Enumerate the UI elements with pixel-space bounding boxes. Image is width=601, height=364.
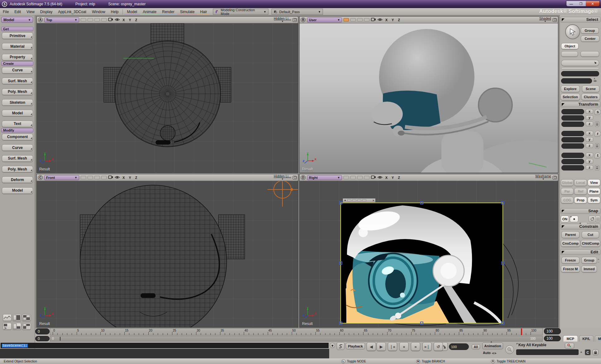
key-button[interactable]: [565, 343, 574, 349]
viewport-right-camera-dropdown[interactable]: Right▼: [307, 175, 342, 180]
transform-r-x-field[interactable]: [561, 131, 584, 136]
memo-cam-slot-2[interactable]: [350, 18, 356, 22]
next-frame-button[interactable]: ▶: [377, 342, 386, 351]
all-button[interactable]: All: [472, 344, 480, 349]
lock-button[interactable]: [593, 349, 599, 355]
memo-cam-slot-1[interactable]: [81, 18, 86, 22]
menu-model[interactable]: Model: [124, 9, 140, 15]
axis-x-toggle[interactable]: x: [586, 109, 593, 114]
selection-button[interactable]: Selection: [560, 93, 580, 100]
close-icon[interactable]: ×: [373, 199, 374, 202]
menu-window[interactable]: Window: [89, 9, 108, 15]
transform-t-y-field[interactable]: [561, 159, 584, 164]
range-end-field[interactable]: 100: [544, 336, 561, 341]
camera-icon[interactable]: [371, 17, 376, 22]
eye-icon[interactable]: [115, 18, 120, 22]
selection-filter-dropdown[interactable]: [561, 60, 599, 66]
script-menu-button[interactable]: ▼: [330, 343, 335, 348]
viewport-right-display-mode[interactable]: Wireframe▼: [535, 175, 551, 180]
create-skeleton-button[interactable]: Skeleton: [2, 99, 33, 106]
keyable-spinner[interactable]: ▲: [580, 350, 583, 353]
select-empty-button-2[interactable]: [580, 51, 599, 57]
edit-freeze-button[interactable]: Freeze: [561, 257, 579, 264]
viewport-front-display-mode[interactable]: Hidden Li...▼: [274, 175, 291, 180]
loop-button[interactable]: ↺: [434, 342, 443, 351]
frame-start-field[interactable]: 0: [35, 328, 50, 334]
transform-global-button[interactable]: Global: [561, 179, 574, 186]
layout-preset-5-button[interactable]: [12, 323, 21, 330]
timeline-range-bar[interactable]: 0 100: [50, 336, 543, 342]
playback-button[interactable]: Playback: [346, 343, 365, 349]
key-search-button[interactable]: [505, 345, 514, 354]
eye-icon[interactable]: [377, 175, 382, 180]
viewport-top-resize-icon[interactable]: [293, 18, 297, 22]
viewport-right-axes-toggle[interactable]: X Y Z: [385, 176, 401, 180]
prev-frame-button[interactable]: ◀: [367, 342, 376, 351]
create-poly-mesh-button[interactable]: Poly. Mesh: [2, 89, 33, 95]
tab-mcp[interactable]: MCP: [563, 335, 578, 342]
viewport-top-camera-dropdown[interactable]: Top▼: [44, 17, 79, 22]
select-object-button[interactable]: Object: [561, 43, 579, 49]
menu-render[interactable]: Render: [159, 9, 177, 15]
camera-icon[interactable]: [108, 17, 113, 22]
transform-s-z-field[interactable]: [561, 122, 584, 127]
memo-cam-slot-3[interactable]: [357, 176, 363, 179]
viewport-front-axes-toggle[interactable]: X Y Z: [123, 176, 139, 180]
memo-cam-slot-2[interactable]: [88, 18, 93, 22]
axis-x-toggle[interactable]: x: [586, 153, 593, 157]
link-axes-icon[interactable]: [595, 122, 599, 127]
transform-par-button[interactable]: Par: [561, 188, 574, 195]
chevron-down-icon[interactable]: ▼: [344, 199, 346, 202]
viewport-front-camera-dropdown[interactable]: Front▼: [44, 175, 79, 180]
create-surf-mesh-button[interactable]: Surf. Mesh: [2, 78, 33, 84]
transform-t-z-field[interactable]: [561, 165, 584, 170]
memo-cam-slot-3[interactable]: [94, 18, 100, 22]
constrain-parent-button[interactable]: Parent: [561, 231, 579, 238]
keyable-field[interactable]: [516, 349, 579, 355]
transform-t-x-field[interactable]: [561, 153, 584, 158]
modify-poly-mesh-button[interactable]: Poly. Mesh: [2, 166, 33, 172]
axis-y-toggle[interactable]: y: [586, 115, 593, 120]
axis-x-toggle[interactable]: x: [586, 131, 593, 136]
modify-model-button[interactable]: Model: [2, 187, 33, 194]
modify-deform-button[interactable]: Deform: [2, 176, 33, 183]
menu-edit[interactable]: Edit: [12, 9, 24, 15]
image-plane-slot-4[interactable]: [362, 199, 366, 202]
viewport-user-camera-dropdown[interactable]: User▼: [307, 17, 342, 22]
memo-cam-slot-1[interactable]: [81, 176, 86, 179]
selection-strip[interactable]: [561, 67, 599, 69]
axis-y-toggle[interactable]: y: [586, 159, 593, 164]
t-mode-button[interactable]: t: [594, 153, 601, 159]
minimize-button[interactable]: —: [566, 1, 576, 7]
menu-help[interactable]: Help: [108, 9, 122, 15]
transform-sym-button[interactable]: Sym: [588, 197, 600, 204]
clusters-button[interactable]: Clusters: [581, 93, 600, 100]
viewport-user-resize-icon[interactable]: [553, 18, 557, 22]
fast-backward-button[interactable]: «: [399, 342, 409, 351]
image-plane-toolbar[interactable]: ▼×: [343, 198, 376, 203]
modify-component-button[interactable]: Component: [2, 134, 33, 140]
menu-hair[interactable]: Hair: [197, 9, 210, 15]
transform-prop-button[interactable]: Prop: [574, 197, 587, 204]
select-cursor-button[interactable]: [565, 24, 580, 39]
transform-cog-button[interactable]: COG: [561, 197, 574, 204]
menu-simulate[interactable]: Simulate: [177, 9, 197, 15]
range-cursor[interactable]: [60, 337, 60, 341]
frame-end-field[interactable]: 100: [544, 328, 561, 334]
go-to-end-button[interactable]: »❘: [422, 342, 432, 351]
tab-kpl[interactable]: KP/L: [579, 335, 594, 342]
menu-file[interactable]: File: [0, 9, 12, 15]
edit-group-button[interactable]: Group: [581, 257, 597, 264]
memo-cam-slot-4[interactable]: [101, 176, 107, 179]
menu-view[interactable]: View: [24, 9, 37, 15]
select-center-button[interactable]: Center: [581, 36, 599, 42]
layout-preset-1-button[interactable]: [3, 314, 12, 321]
camera-icon[interactable]: [108, 175, 113, 180]
transform-r-y-field[interactable]: [561, 137, 584, 142]
select-group-button[interactable]: Group: [581, 27, 599, 34]
marker-tool-button[interactable]: [337, 342, 344, 350]
viewport-top-display-mode[interactable]: Hidden Li...▼: [274, 17, 291, 23]
toolbar-mode-selector[interactable]: Model ▼: [1, 17, 33, 23]
memo-cam-slot-1[interactable]: [344, 176, 349, 179]
menu-display[interactable]: Display: [37, 9, 55, 15]
